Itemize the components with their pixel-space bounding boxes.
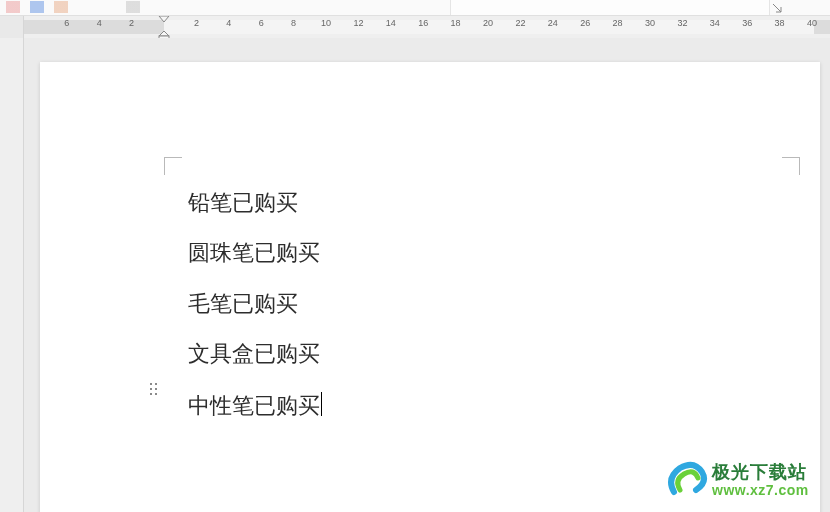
ruler-tick: 36 <box>742 18 752 28</box>
ruler-tick: 6 <box>64 18 69 28</box>
toolbar-combobox-frame[interactable] <box>450 0 770 15</box>
horizontal-ruler[interactable]: 642246810121416182022242628303234363840 <box>24 16 830 38</box>
margin-corner-top-left <box>164 157 182 175</box>
ruler-tick: 14 <box>386 18 396 28</box>
vertical-ruler[interactable] <box>0 38 24 512</box>
ruler-tick: 20 <box>483 18 493 28</box>
document-viewport[interactable]: 铅笔已购买圆珠笔已购买毛笔已购买文具盒已购买中性笔已购买 <box>24 38 830 512</box>
ruler-tick: 2 <box>129 18 134 28</box>
ruler-tick: 28 <box>613 18 623 28</box>
text-cursor <box>321 392 322 416</box>
toolbar-expand-icon[interactable] <box>772 3 782 13</box>
first-line-indent-marker[interactable] <box>158 16 170 23</box>
ruler-tick: 10 <box>321 18 331 28</box>
workspace: 铅笔已购买圆珠笔已购买毛笔已购买文具盒已购买中性笔已购买 极光下载站 www.x… <box>0 38 830 512</box>
document-content[interactable]: 铅笔已购买圆珠笔已购买毛笔已购买文具盒已购买中性笔已购买 <box>188 190 760 419</box>
ruler-tick: 32 <box>677 18 687 28</box>
ruler-tick: 2 <box>194 18 199 28</box>
ruler-tick: 12 <box>353 18 363 28</box>
ruler-tick: 4 <box>226 18 231 28</box>
ruler-tick: 4 <box>97 18 102 28</box>
page[interactable]: 铅笔已购买圆珠笔已购买毛笔已购买文具盒已购买中性笔已购买 <box>40 62 820 512</box>
paragraph[interactable]: 文具盒已购买 <box>188 341 760 367</box>
paragraph[interactable]: 中性笔已购买 <box>188 392 760 419</box>
toolbar-strip <box>0 0 830 16</box>
paragraph-drag-handle[interactable] <box>148 382 160 396</box>
ruler-tick: 6 <box>259 18 264 28</box>
paragraph[interactable]: 铅笔已购买 <box>188 190 760 216</box>
paragraph[interactable]: 毛笔已购买 <box>188 291 760 317</box>
ruler-tick: 8 <box>291 18 296 28</box>
ruler-tick: 18 <box>451 18 461 28</box>
ruler-tick: 40 <box>807 18 817 28</box>
hanging-indent-marker[interactable] <box>158 30 170 38</box>
margin-corner-top-right <box>782 157 800 175</box>
ruler-tick: 38 <box>775 18 785 28</box>
ruler-tick: 16 <box>418 18 428 28</box>
ruler-tick: 34 <box>710 18 720 28</box>
ruler-corner <box>0 16 24 38</box>
ruler-tick: 30 <box>645 18 655 28</box>
ruler-tick: 24 <box>548 18 558 28</box>
paragraph[interactable]: 圆珠笔已购买 <box>188 240 760 266</box>
ruler-area: 642246810121416182022242628303234363840 <box>0 16 830 38</box>
ruler-tick: 22 <box>515 18 525 28</box>
ruler-tick: 26 <box>580 18 590 28</box>
